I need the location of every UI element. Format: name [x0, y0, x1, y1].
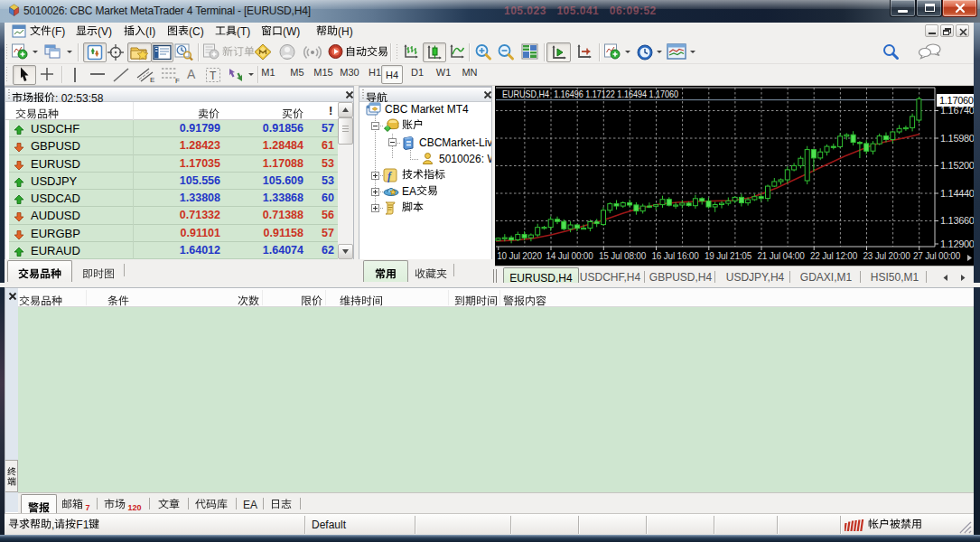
svg-text:A: A: [187, 67, 196, 81]
svg-text:T: T: [210, 70, 217, 82]
svg-text:E: E: [150, 76, 154, 84]
svg-text:F: F: [175, 77, 180, 84]
